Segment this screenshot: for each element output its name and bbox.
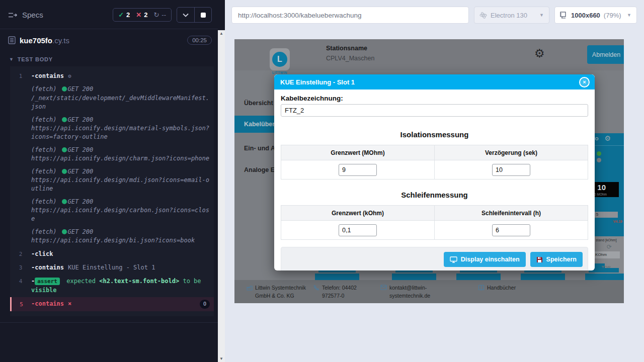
status-ok-dot	[62, 229, 67, 234]
test-body-section-header[interactable]: ▼ TEST BODY	[0, 51, 218, 66]
specs-menu-icon[interactable]	[8, 12, 17, 19]
status-ok-dot	[62, 169, 67, 174]
scroll-up-arrow[interactable]: ▲	[219, 31, 223, 36]
network-log-entry[interactable]: (fetch)GET 200 https://api.iconify.desig…	[10, 114, 214, 144]
spec-name: kue705fo.cy.ts	[20, 36, 69, 45]
loop-section-title: Schleifenmessung	[281, 191, 588, 199]
column-header: Grenzwert (MOhm)	[281, 145, 435, 160]
card-gear-icon[interactable]: ⚙	[604, 134, 611, 142]
nav-item-analoge-eingaenge[interactable]: Analoge Ei	[244, 166, 277, 173]
status-led-gray	[597, 158, 601, 162]
modal-title: KUE Einstellung - Slot 1	[280, 78, 355, 86]
command-name: click	[35, 250, 53, 257]
command-row-contains[interactable]: 1 -contains⚙	[10, 69, 214, 83]
reporter-scrollbar[interactable]: ▲ ▼	[218, 0, 225, 362]
footer-manuals[interactable]: Handbücher	[478, 284, 516, 292]
command-row-click[interactable]: 2 -click	[10, 247, 214, 261]
viewport-icon	[560, 12, 568, 19]
stop-run-button[interactable]	[194, 8, 211, 22]
fetch-label: (fetch)	[31, 85, 57, 93]
command-row-failed[interactable]: 5 -contains× 0	[10, 297, 214, 311]
modal-body: Kabelbezeichnung: Isolationsmessung Gren…	[274, 89, 595, 240]
cable-name-input[interactable]	[281, 104, 588, 117]
scroll-down-arrow[interactable]: ▼	[219, 356, 223, 361]
check-icon: ✓	[118, 11, 124, 19]
fetch-status: GET 200	[68, 168, 94, 175]
refresh-icon[interactable]: ⟳	[607, 243, 612, 250]
fetch-status: GET 200	[68, 146, 94, 153]
runner-topbar: Electron 130 ▼ 1000x660 (79%) ▼	[225, 0, 644, 30]
loop-interval-input[interactable]	[492, 224, 530, 236]
chevron-down-icon: ▼	[627, 13, 631, 18]
command-row-assert[interactable]: 4 -assert expected <h2.text-sm.font-bold…	[10, 275, 214, 297]
close-icon[interactable]: ×	[579, 77, 590, 87]
isolation-table: Grenzwert (MOhm) Verzögerung (sek)	[281, 145, 588, 179]
collapse-all-button[interactable]	[177, 8, 194, 22]
loop-limit-input[interactable]	[339, 224, 377, 236]
stat-pending: ↻--	[153, 11, 166, 19]
status-ok-dot	[62, 117, 67, 122]
display-on-button[interactable]: Display einschalten	[444, 252, 526, 267]
isolation-delay-input[interactable]	[492, 164, 530, 176]
fetch-status: GET 200	[68, 228, 94, 235]
resistance-value: 22 KOhm	[595, 251, 620, 258]
nav-item-uebersicht[interactable]: Übersicht	[244, 100, 273, 107]
fetch-label: (fetch)	[31, 116, 57, 123]
app-footer: Littwin Systemtechnik GmbH & Co. KG Tele…	[234, 280, 624, 303]
command-name: contains	[35, 300, 64, 307]
fetch-url: https://api.iconify.design/carbon.json?i…	[31, 206, 210, 224]
chevron-down-icon: ▼	[539, 13, 544, 18]
reporter-header: Specs ✓2 ✕2 ↻--	[0, 0, 218, 29]
app-header	[234, 39, 624, 70]
measurement-display: 10 0 MOhm	[595, 182, 619, 197]
settings-gear-icon[interactable]: ⚙	[534, 48, 545, 59]
status-ok-dot	[62, 86, 67, 92]
fetch-status: GET 200	[68, 198, 94, 205]
viewport-select[interactable]: 1000x660 (79%) ▼	[554, 7, 637, 24]
command-number: 3	[10, 263, 31, 272]
command-number: 5	[12, 300, 31, 309]
stat-passed: ✓2	[118, 11, 130, 19]
isolation-limit-input[interactable]	[339, 164, 377, 176]
command-log: 1 -contains⚙ (fetch)GET 200 /_next/stati…	[10, 66, 214, 316]
nav-item-kabelueberwachung-active[interactable]: Kabelüberw	[234, 116, 275, 133]
network-log-entry[interactable]: (fetch)GET 200 https://api.iconify.desig…	[10, 226, 214, 247]
footer-company: Littwin Systemtechnik GmbH & Co. KG	[247, 284, 309, 300]
kabel-label: Kabel 5	[595, 212, 618, 218]
logo-text: LITTWIN	[270, 71, 290, 74]
network-log-entry[interactable]: (fetch)GET 200 https://api.iconify.desig…	[10, 144, 214, 165]
save-floppy-icon	[536, 256, 543, 263]
station-info: Stationsname CPLV4_Maschen	[326, 45, 374, 62]
command-number: 1	[10, 72, 31, 80]
divider	[0, 322, 218, 323]
command-row-contains[interactable]: 3 -containsKUE Einstellung - Slot 1	[10, 261, 214, 275]
logout-button[interactable]: Abmelden	[587, 45, 624, 64]
fetch-status: GET 200	[68, 85, 94, 93]
fetch-url: https://api.iconify.design/bi.json?icons…	[31, 236, 210, 245]
isolation-section-title: Isolationsmessung	[281, 130, 588, 139]
fetch-label: (fetch)	[31, 228, 57, 235]
book-icon	[478, 284, 485, 291]
network-log-entry[interactable]: (fetch)GET 200 https://api.iconify.desig…	[10, 196, 214, 226]
kue-slot-card: 05-FO ⚙ 10 0 MOhm Kabel 5 V4.19	[595, 133, 624, 236]
fetch-url: /_next/static/development/_devMiddleware…	[31, 94, 210, 112]
save-button[interactable]: Speichern	[530, 252, 583, 267]
logo-mark: L	[272, 52, 287, 67]
fetch-status: GET 200	[68, 116, 94, 123]
command-message: KUE Einstellung - Slot 1	[68, 264, 155, 271]
stat-failed: ✕2	[136, 11, 147, 19]
viewport-size: 1000x660	[571, 12, 600, 19]
footer-email[interactable]: kontakt@littwin-systemtechnik.de	[380, 284, 444, 300]
column-header: Verzögerung (sek)	[435, 145, 588, 160]
spec-file-row[interactable]: kue705fo.cy.ts 00:25	[0, 29, 218, 51]
chevron-down-icon: ▼	[9, 57, 14, 62]
spec-duration-badge: 00:25	[187, 36, 212, 45]
network-log-entry[interactable]: (fetch)GET 200 https://api.iconify.desig…	[10, 165, 214, 196]
specs-label[interactable]: Specs	[22, 11, 43, 19]
url-input[interactable]	[231, 7, 469, 24]
browser-select[interactable]: Electron 130 ▼	[474, 7, 549, 24]
fetch-label: (fetch)	[31, 146, 57, 153]
retry-count-badge: 0	[200, 300, 210, 309]
network-log-entry[interactable]: (fetch)GET 200 /_next/static/development…	[10, 83, 214, 113]
station-label: Stationsname	[326, 45, 374, 52]
